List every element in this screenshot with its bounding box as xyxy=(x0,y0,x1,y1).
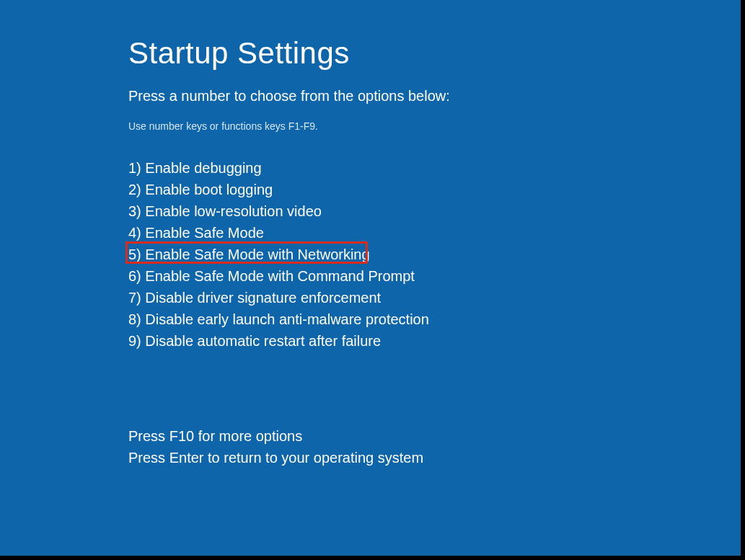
footer-return-os: Press Enter to return to your operating … xyxy=(128,447,423,468)
option-1-enable-debugging[interactable]: 1) Enable debugging xyxy=(128,157,429,179)
footer-block: Press F10 for more options Press Enter t… xyxy=(128,425,423,468)
option-2-enable-boot-logging[interactable]: 2) Enable boot logging xyxy=(128,179,429,200)
option-3-enable-low-resolution-video[interactable]: 3) Enable low-resolution video xyxy=(128,200,429,222)
option-6-enable-safe-mode-command-prompt[interactable]: 6) Enable Safe Mode with Command Prompt xyxy=(128,265,429,287)
footer-more-options: Press F10 for more options xyxy=(128,425,423,447)
instruction-text: Press a number to choose from the option… xyxy=(128,88,450,105)
page-title: Startup Settings xyxy=(128,36,350,71)
option-7-disable-driver-signature-enforcement[interactable]: 7) Disable driver signature enforcement xyxy=(128,287,429,308)
option-9-disable-automatic-restart[interactable]: 9) Disable automatic restart after failu… xyxy=(128,330,429,352)
option-8-disable-early-launch-anti-malware[interactable]: 8) Disable early launch anti-malware pro… xyxy=(128,308,429,330)
option-5-enable-safe-mode-networking[interactable]: 5) Enable Safe Mode with Networking xyxy=(128,244,429,265)
option-4-enable-safe-mode[interactable]: 4) Enable Safe Mode xyxy=(128,222,429,244)
right-edge-border xyxy=(741,0,745,560)
bottom-edge-border xyxy=(0,556,745,560)
hint-text: Use number keys or functions keys F1-F9. xyxy=(128,120,318,132)
options-list: 1) Enable debugging 2) Enable boot loggi… xyxy=(128,157,429,352)
